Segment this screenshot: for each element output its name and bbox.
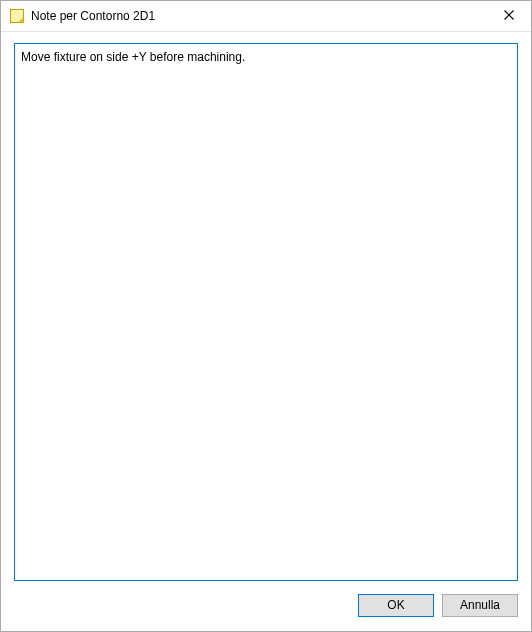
app-note-icon: [9, 8, 25, 24]
window-title: Note per Contorno 2D1: [31, 9, 486, 23]
cancel-button[interactable]: Annulla: [442, 594, 518, 617]
titlebar: Note per Contorno 2D1: [1, 1, 531, 32]
ok-button[interactable]: OK: [358, 594, 434, 617]
note-textarea[interactable]: [14, 43, 518, 581]
button-row: OK Annulla: [1, 589, 531, 631]
close-button[interactable]: [486, 1, 531, 31]
content-area: [1, 32, 531, 589]
dialog-window: Note per Contorno 2D1 OK Annulla: [0, 0, 532, 632]
close-icon: [504, 9, 514, 23]
